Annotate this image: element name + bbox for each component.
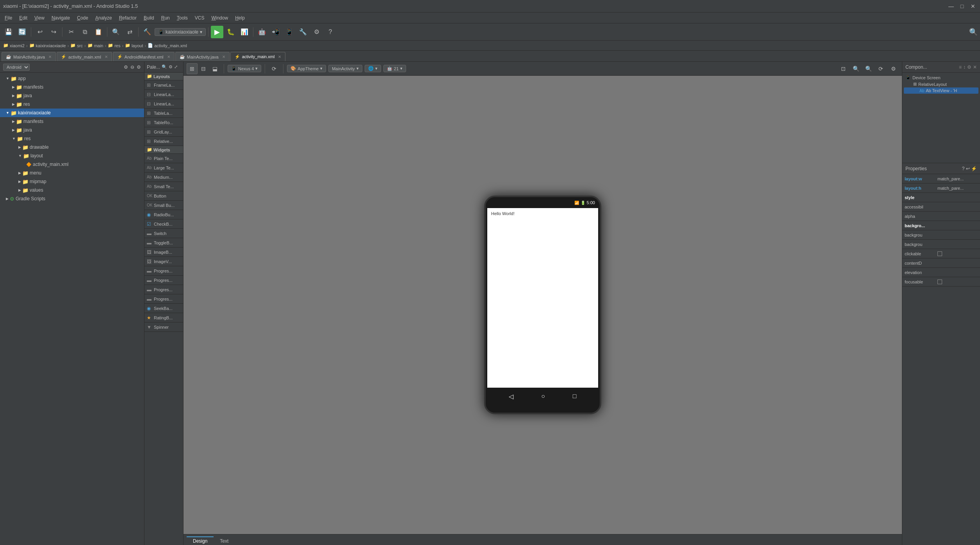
design-view-btn[interactable]: ⊞ — [187, 63, 198, 74]
settings-comp-icon[interactable]: ⚙ — [967, 64, 971, 70]
refresh-btn[interactable]: ⟳ — [875, 63, 886, 74]
palette-item-plaintext[interactable]: Ab Plain Te... — [144, 154, 183, 163]
maximize-btn[interactable]: □ — [958, 2, 966, 10]
palette-item-smallbutton[interactable]: OK Small Bu... — [144, 201, 183, 210]
blueprint-view-btn[interactable]: ⊟ — [198, 63, 209, 74]
palette-item-spinner[interactable]: ▼ Spinner — [144, 322, 183, 332]
tree-item-mipmap[interactable]: ▶ 📁 mipmap — [0, 177, 144, 186]
menu-build[interactable]: Build — [141, 14, 157, 22]
palette-item-imagebutton[interactable]: 🖼 ImageB... — [144, 248, 183, 257]
device-picker[interactable]: 📱 Nexus 4 ▾ — [228, 65, 261, 72]
palette-item-smalltext[interactable]: Ab Small Te... — [144, 182, 183, 191]
palette-item-button[interactable]: OK Button — [144, 191, 183, 201]
breadcrumb-xiaomi2[interactable]: 📁xiaomi2 — [3, 43, 25, 48]
breadcrumb-main[interactable]: 📁main — [87, 43, 103, 48]
text-tab[interactable]: Text — [214, 536, 235, 545]
nav-recent-btn[interactable]: □ — [573, 393, 577, 400]
menu-navigate[interactable]: Navigate — [48, 14, 73, 22]
replace-btn[interactable]: ⇄ — [123, 26, 136, 38]
close-btn[interactable]: ✕ — [969, 2, 977, 10]
zoom-out-btn[interactable]: 🔍 — [850, 63, 861, 74]
debug-btn[interactable]: 🐛 — [225, 26, 237, 38]
palette-item-mediumtext[interactable]: Ab Medium... — [144, 173, 183, 182]
tab-activity-main-active[interactable]: ⚡ activity_main.xml ✕ — [230, 52, 286, 61]
tab-close-1[interactable]: ✕ — [48, 55, 52, 59]
breadcrumb-src[interactable]: 📁src — [70, 43, 83, 48]
tree-item-app[interactable]: ▼ 📁 app — [0, 74, 144, 83]
tab-close-3[interactable]: ✕ — [167, 55, 170, 59]
menu-vcs[interactable]: VCS — [192, 14, 208, 22]
menu-edit[interactable]: Edit — [16, 14, 30, 22]
palette-item-linearlayout-h[interactable]: ⊟ LinearLa... — [144, 90, 183, 99]
breadcrumb-res[interactable]: 📁res — [108, 43, 120, 48]
tree-item-drawable[interactable]: ▶ 📁 drawable — [0, 143, 144, 151]
android-view-selector[interactable]: Android Project — [3, 64, 30, 71]
save-btn[interactable]: 💾 — [2, 26, 15, 38]
tree-item-res-app[interactable]: ▶ 📁 res — [0, 100, 144, 109]
menu-refactor[interactable]: Refactor — [116, 14, 140, 22]
tree-item-manifests-kaixin[interactable]: ▶ 📁 manifests — [0, 117, 144, 126]
comp-device-screen[interactable]: 📱 Device Screen — [904, 74, 978, 81]
palette-item-checkbox[interactable]: ☑ CheckB... — [144, 219, 183, 229]
tree-item-activity-main[interactable]: 🔶 activity_main.xml — [0, 160, 144, 169]
api-picker[interactable]: 🤖 21 ▾ — [383, 65, 406, 72]
help-btn[interactable]: ? — [324, 26, 337, 38]
palette-item-progressbar-2[interactable]: ▬ Progres... — [144, 276, 183, 285]
undo-btn[interactable]: ↩ — [34, 26, 46, 38]
tab-mainactivity-1[interactable]: ☕ MainActivity.java ✕ — [2, 52, 56, 61]
coverage-btn[interactable]: 📊 — [238, 26, 251, 38]
theme-picker[interactable]: 🎨 AppTheme ▾ — [287, 65, 326, 72]
reset-prop-icon[interactable]: ↩ — [966, 166, 970, 171]
breadcrumb-kaixinxiaoxiaole[interactable]: 📁kaixinxiaoxiaole — [29, 43, 66, 48]
rotate-btn[interactable]: ⟳ — [269, 63, 280, 74]
palette-item-togglebutton[interactable]: ▬ ToggleB... — [144, 238, 183, 248]
sync-btn[interactable]: 🔄 — [16, 26, 29, 38]
menu-tools[interactable]: Tools — [174, 14, 191, 22]
palette-item-largetext[interactable]: Ab Large Te... — [144, 163, 183, 173]
palette-item-framelayout[interactable]: ⊞ FrameLa... — [144, 80, 183, 90]
palette-item-seekbar[interactable]: ◉ SeekBa... — [144, 304, 183, 313]
palette-item-tablerow[interactable]: ⊞ TableRo... — [144, 118, 183, 127]
nav-home-btn[interactable]: ○ — [541, 393, 545, 400]
sort-icon[interactable]: ≡ — [959, 64, 962, 70]
palette-item-relativelayout[interactable]: ⊞ Relative... — [144, 137, 183, 146]
palette-item-switch[interactable]: ▬ Switch — [144, 229, 183, 238]
android-btn[interactable]: 🤖 — [256, 26, 268, 38]
find-btn[interactable]: 🔍 — [110, 26, 122, 38]
settings-btn[interactable]: ⚙ — [310, 26, 323, 38]
tree-item-gradle[interactable]: ▶ ⚙ Gradle Scripts — [0, 194, 144, 203]
design-tab[interactable]: Design — [187, 536, 214, 545]
menu-help[interactable]: Help — [232, 14, 248, 22]
collapse-all-icon[interactable]: ⊖ — [130, 64, 134, 70]
tree-item-java-app[interactable]: ▶ 📁 java — [0, 91, 144, 100]
filter-prop-icon[interactable]: ⚡ — [971, 166, 977, 171]
global-search-btn[interactable]: 🔍 — [969, 28, 978, 36]
palette-search-icon[interactable]: 🔍 — [162, 64, 167, 69]
paste-btn[interactable]: 📋 — [92, 26, 105, 38]
focusable-checkbox[interactable] — [937, 280, 942, 284]
fit-screen-btn[interactable]: ⊡ — [838, 63, 849, 74]
devices-btn[interactable]: 📲 — [269, 26, 282, 38]
menu-run[interactable]: Run — [158, 14, 173, 22]
cut-btn[interactable]: ✂ — [65, 26, 77, 38]
menu-analyze[interactable]: Analyze — [92, 14, 115, 22]
redo-btn[interactable]: ↪ — [47, 26, 60, 38]
tab-androidmanifest[interactable]: ⚡ AndroidManifest.xml ✕ — [113, 52, 175, 61]
tab-close-4[interactable]: ✕ — [222, 55, 225, 59]
palette-item-gridlayout[interactable]: ⊞ GridLay... — [144, 127, 183, 137]
settings-icon[interactable]: ⚙ — [137, 64, 141, 70]
tree-item-menu[interactable]: ▶ 📁 menu — [0, 169, 144, 177]
tree-item-values[interactable]: ▶ 📁 values — [0, 186, 144, 194]
tree-item-kaixinxiaoxiaole[interactable]: ▼ 📁 kaixinxiaoxiaole — [0, 109, 144, 117]
palette-item-imageview[interactable]: 🖼 ImageV... — [144, 257, 183, 266]
tab-activity-main-1[interactable]: ⚡ activity_main.xml ✕ — [57, 52, 112, 61]
menu-code[interactable]: Code — [74, 14, 91, 22]
menu-window[interactable]: Window — [208, 14, 231, 22]
both-view-btn[interactable]: ⬓ — [209, 63, 220, 74]
breadcrumb-activity-main[interactable]: 📄activity_main.xml — [148, 43, 187, 48]
palette-item-linearlayout-v[interactable]: ⊟ LinearLa... — [144, 99, 183, 109]
build-btn[interactable]: 🔨 — [141, 26, 153, 38]
close-comp-icon[interactable]: ✕ — [973, 64, 977, 70]
run-btn[interactable]: ▶ — [211, 26, 223, 38]
nav-back-btn[interactable]: ◁ — [509, 393, 513, 400]
